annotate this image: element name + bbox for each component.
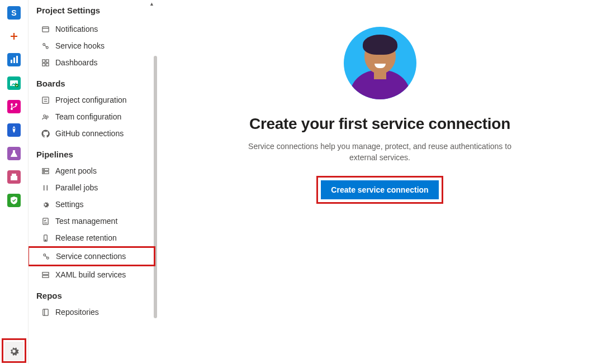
menu-service-connections[interactable]: Service connections	[29, 248, 154, 265]
menu-test-management[interactable]: Test management	[29, 213, 158, 229]
release-retention-icon	[41, 233, 50, 242]
cta-highlight-box: Create service connection	[316, 176, 443, 204]
chart-icon	[7, 53, 21, 66]
svg-point-13	[46, 46, 48, 49]
menu-notifications[interactable]: Notifications	[29, 21, 158, 37]
svg-point-5	[11, 103, 13, 106]
rail-compliance[interactable]	[4, 191, 23, 210]
service-connections-highlight: Service connections	[28, 246, 155, 266]
menu-release-retention[interactable]: Release retention	[29, 229, 158, 246]
left-rail: S	[0, 0, 28, 364]
repositories-icon	[41, 308, 50, 317]
rail-new[interactable]	[4, 27, 23, 46]
create-service-connection-button[interactable]: Create service connection	[321, 180, 438, 199]
project-icon: S	[7, 6, 21, 20]
boards-icon	[7, 76, 21, 90]
svg-point-29	[46, 257, 49, 259]
menu-xaml-build-services[interactable]: XAML build services	[29, 266, 158, 283]
section-heading-boards: Boards	[29, 71, 158, 92]
menu-label: Parallel jobs	[55, 183, 98, 192]
service-connections-icon	[41, 252, 50, 261]
svg-rect-31	[42, 275, 48, 277]
empty-state-subtitle: Service connections help you manage, pro…	[235, 141, 525, 164]
svg-rect-0	[11, 60, 12, 63]
pipelines-icon	[7, 123, 21, 137]
project-letter: S	[11, 8, 16, 17]
testplans-icon	[7, 147, 21, 160]
rail-boards[interactable]	[4, 74, 23, 93]
svg-point-24	[44, 172, 44, 173]
svg-rect-30	[42, 272, 48, 274]
sidebar-title: Project Settings	[29, 2, 158, 21]
dashboards-icon	[41, 58, 50, 67]
test-management-icon	[41, 217, 50, 226]
svg-point-8	[13, 128, 15, 130]
menu-parallel-jobs[interactable]: Parallel jobs	[29, 179, 158, 196]
rail-project[interactable]: S	[4, 3, 23, 22]
svg-point-23	[44, 169, 44, 170]
section-heading-pipelines: Pipelines	[29, 142, 158, 162]
svg-rect-9	[11, 176, 17, 180]
project-config-icon	[41, 95, 50, 104]
svg-point-20	[46, 116, 48, 118]
xaml-icon	[41, 270, 50, 279]
svg-point-28	[43, 253, 45, 256]
svg-point-6	[15, 103, 17, 106]
menu-agent-pools[interactable]: Agent pools	[29, 162, 158, 179]
rail-settings[interactable]	[4, 342, 23, 361]
menu-label: Release retention	[55, 233, 117, 242]
empty-state-avatar	[344, 27, 416, 99]
menu-label: Dashboards	[55, 58, 98, 67]
svg-rect-11	[42, 26, 48, 31]
menu-label: Settings	[55, 200, 84, 209]
menu-service-hooks[interactable]: Service hooks	[29, 37, 158, 54]
menu-github-connections[interactable]: GitHub connections	[29, 125, 158, 142]
menu-label: GitHub connections	[55, 129, 124, 138]
agent-pools-icon	[41, 166, 50, 175]
settings-sidebar: ▲ Project Settings Notifications Service…	[28, 0, 158, 364]
main-content: Create your first service connection Ser…	[158, 0, 602, 364]
svg-rect-18	[42, 97, 48, 103]
menu-dashboards[interactable]: Dashboards	[29, 54, 158, 71]
repos-icon	[7, 100, 21, 113]
scroll-up-arrow[interactable]: ▲	[149, 1, 154, 7]
menu-label: Notifications	[55, 25, 98, 33]
artifacts-icon	[7, 170, 21, 184]
menu-pipeline-settings[interactable]: Settings	[29, 196, 158, 213]
rail-pipelines[interactable]	[4, 121, 23, 140]
menu-project-configuration[interactable]: Project configuration	[29, 92, 158, 108]
rail-overview[interactable]	[4, 50, 23, 69]
menu-label: Service hooks	[55, 41, 105, 50]
settings-icon	[41, 200, 50, 209]
notifications-icon	[41, 25, 50, 33]
empty-state-title: Create your first service connection	[249, 115, 510, 133]
github-icon	[41, 129, 50, 138]
svg-point-27	[45, 240, 46, 241]
svg-rect-2	[16, 56, 18, 63]
shield-icon	[7, 194, 21, 207]
menu-repositories[interactable]: Repositories	[29, 304, 158, 320]
section-heading-repos: Repos	[29, 283, 158, 304]
svg-point-12	[42, 43, 45, 45]
menu-label: Project configuration	[55, 95, 127, 104]
parallel-jobs-icon	[41, 183, 50, 192]
sidebar-scrollbar[interactable]	[154, 56, 157, 318]
svg-rect-17	[46, 63, 49, 66]
team-config-icon	[41, 112, 50, 121]
svg-rect-1	[13, 58, 15, 63]
menu-label: Repositories	[55, 308, 99, 317]
svg-rect-32	[42, 309, 48, 315]
svg-rect-14	[42, 59, 45, 62]
service-hooks-icon	[41, 41, 50, 50]
svg-point-19	[43, 114, 45, 117]
svg-rect-25	[42, 218, 48, 224]
menu-label: Agent pools	[55, 166, 97, 175]
plus-icon	[7, 30, 21, 43]
rail-repos[interactable]	[4, 97, 23, 116]
rail-testplans[interactable]	[4, 144, 23, 163]
svg-point-7	[11, 108, 13, 110]
svg-rect-10	[12, 174, 16, 176]
rail-artifacts[interactable]	[4, 167, 23, 186]
menu-team-configuration[interactable]: Team configuration	[29, 108, 158, 125]
menu-label: Team configuration	[55, 112, 121, 121]
